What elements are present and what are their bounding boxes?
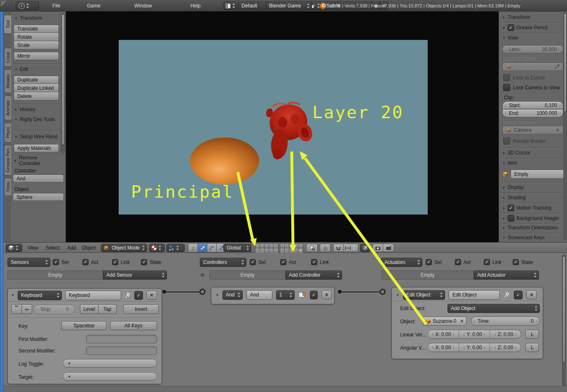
panel-header-grease-pencil[interactable]: ► ✓ Grease Pencil:::: xyxy=(502,24,563,31)
translate-button[interactable]: Translate xyxy=(14,25,59,33)
sensor-type-dropdown[interactable]: Keyboard xyxy=(18,291,62,300)
actuator-active-checkbox[interactable]: ✓ xyxy=(514,291,522,299)
manipulator-axes-toggle[interactable] xyxy=(188,243,198,252)
panel-grip-icon[interactable]: :::: xyxy=(59,159,65,163)
chevron-right-icon[interactable]: › xyxy=(558,47,562,52)
controllers-type-dropdown[interactable]: Controllers xyxy=(200,258,246,267)
lock-camera-row[interactable]: Lock Camera to View xyxy=(503,84,560,91)
actuator-name-field[interactable]: Edit Object xyxy=(449,290,500,300)
angular-velocity-xyz[interactable]: ‹X: 0.00› ‹Y: 0.00› ‹Z: 0.00› xyxy=(427,343,521,352)
actuators-type-dropdown[interactable]: Actuators xyxy=(381,258,422,267)
lock-camera-checkbox[interactable] xyxy=(503,84,510,91)
panel-grip-icon[interactable]: :::: xyxy=(558,151,563,155)
actuator-type-dropdown[interactable]: Edit Object xyxy=(403,290,445,300)
lock-to-scene-button[interactable] xyxy=(306,244,318,252)
pulse-true-toggle[interactable]: ''' xyxy=(11,304,22,314)
edit-object-actuator-node[interactable]: ▼ Edit Object Edit Object ✓ ✕ Edit Objec… xyxy=(391,287,543,359)
chevron-right-icon[interactable]: › xyxy=(558,110,562,116)
keyboard-sensor-node[interactable]: ▼ Keyboard Keyboard ✓ ✕ ''' ,,, ‹ Skip: … xyxy=(7,288,162,384)
chevron-left-icon[interactable]: ‹ xyxy=(35,306,39,312)
and-controller-node[interactable]: ▼ And And 1 ✓ ✕ xyxy=(211,287,335,304)
first-modifier-field[interactable] xyxy=(86,335,157,343)
object-reference-field[interactable]: Suzanne.0 ✕ xyxy=(423,317,466,326)
panel-header-edit[interactable]: ▼ Edit :::: xyxy=(14,66,63,72)
controller-state-dropdown[interactable]: 1 xyxy=(276,290,295,300)
properties-scrollbar-thumb[interactable] xyxy=(564,13,567,112)
chevron-right-icon[interactable]: › xyxy=(70,306,73,312)
editor-type-dropdown[interactable] xyxy=(6,244,22,252)
panel-header-item[interactable]: ▼Item:::: xyxy=(502,160,563,166)
tab-tool[interactable]: Tool xyxy=(4,15,11,34)
toolshelf-scrollbar-thumb[interactable] xyxy=(61,14,65,145)
target-field[interactable]: • xyxy=(63,372,157,381)
layer-buttons-block-2[interactable] xyxy=(280,243,303,252)
rotate-button[interactable]: Rotate xyxy=(14,33,59,41)
sensor-output-socket[interactable] xyxy=(162,290,166,294)
snap-element-dropdown[interactable] xyxy=(344,244,358,252)
controller-output-socket[interactable] xyxy=(338,290,342,294)
linvel-y-slider[interactable]: ‹Y: 0.00› xyxy=(459,330,490,338)
menu-select[interactable]: Select xyxy=(46,245,59,251)
panel-grip-icon[interactable]: :::: xyxy=(558,26,563,30)
orientation-dropdown[interactable]: Global xyxy=(223,244,251,252)
opengl-render-anim-button[interactable] xyxy=(383,244,394,252)
pivot-point-dropdown[interactable] xyxy=(166,244,185,252)
invert-toggle[interactable]: Invert xyxy=(123,304,159,314)
linvel-z-slider[interactable]: ‹Z: 0.00› xyxy=(490,330,521,338)
screen-layout-icon-button[interactable] xyxy=(223,2,237,10)
object-value-field[interactable]: Sphere xyxy=(13,193,64,201)
viewport-3d[interactable]: Principal Layer 20 xyxy=(66,12,499,242)
background-images-checkbox[interactable] xyxy=(508,215,514,222)
skip-slider[interactable]: ‹ Skip: 0 › xyxy=(34,305,75,314)
chevron-right-icon[interactable]: › xyxy=(535,318,538,324)
panel-header-transform[interactable]: ▼ Transform :::: xyxy=(14,15,63,21)
all-keys-toggle[interactable]: All Keys xyxy=(110,321,157,330)
panel-grip-icon[interactable]: :::: xyxy=(558,206,563,210)
snap-target-button[interactable] xyxy=(360,244,370,252)
menu-object[interactable]: Object xyxy=(82,245,96,251)
local-camera-field[interactable]: Camera ✕ xyxy=(502,126,563,134)
duplicate-button[interactable]: Duplicate xyxy=(14,76,59,84)
actuators-sel-checkbox[interactable]: ✓ xyxy=(426,259,432,265)
controller-type-dropdown[interactable]: And xyxy=(223,290,243,300)
snap-toggle-button[interactable] xyxy=(333,244,344,252)
lens-slider[interactable]: ‹ Lens: 35.000 › xyxy=(502,45,563,53)
panel-header-shading[interactable]: ►Shading:::: xyxy=(502,194,563,201)
logic-scrollbar-thumb[interactable] xyxy=(562,256,565,362)
item-name-field[interactable]: Empty xyxy=(511,170,567,179)
actuators-object-name[interactable]: Empty xyxy=(381,271,474,280)
angvel-x-slider[interactable]: ‹X: 0.00› xyxy=(428,343,459,352)
level-toggle[interactable]: Level xyxy=(80,304,98,314)
lock-to-cursor-checkbox[interactable] xyxy=(503,74,510,81)
delete-actuator-button[interactable]: ✕ xyxy=(526,290,537,299)
sensor-active-checkbox[interactable]: ✓ xyxy=(134,291,143,300)
linvel-x-slider[interactable]: ‹X: 0.00› xyxy=(428,330,459,338)
actuators-link-checkbox[interactable]: ✓ xyxy=(484,259,490,265)
panel-grip-icon[interactable]: :::: xyxy=(558,15,563,19)
controllers-link-checkbox[interactable]: ✓ xyxy=(311,259,317,265)
manipulator-rotate-toggle[interactable] xyxy=(207,243,217,252)
tab-physics[interactable]: Physi xyxy=(4,123,11,142)
mirror-button[interactable]: Mirror xyxy=(14,52,59,60)
tab-relations[interactable]: Relatio xyxy=(4,69,11,93)
render-border-row[interactable]: Render Border xyxy=(503,138,546,145)
delete-controller-button[interactable]: ✕ xyxy=(321,290,332,299)
close-icon[interactable]: ✕ xyxy=(555,127,560,133)
second-modifier-field[interactable] xyxy=(86,346,157,355)
linear-velocity-xyz[interactable]: ‹X: 0.00› ‹Y: 0.00› ‹Z: 0.00› xyxy=(427,330,521,339)
menu-game[interactable]: Game xyxy=(87,3,101,9)
pulse-false-toggle[interactable]: ,,, xyxy=(22,304,32,314)
lock-to-object-field[interactable] xyxy=(502,63,563,71)
chevron-left-icon[interactable]: ‹ xyxy=(473,318,476,324)
menu-view[interactable]: View xyxy=(28,245,38,251)
menu-window[interactable]: Window xyxy=(134,3,152,9)
panel-grip-icon[interactable]: :::: xyxy=(558,236,563,240)
expand-all-controllers-icon[interactable]: ⊕ xyxy=(200,272,205,278)
layer-buttons-block-1[interactable] xyxy=(255,243,278,252)
panel-header-display[interactable]: ►Display:::: xyxy=(502,184,563,191)
delete-sensor-button[interactable]: ✕ xyxy=(146,291,157,300)
pin-icon[interactable] xyxy=(124,292,131,299)
panel-grip-icon[interactable]: :::: xyxy=(558,161,563,165)
tap-toggle[interactable]: Tap xyxy=(98,304,117,314)
menu-file[interactable]: File xyxy=(52,3,60,9)
